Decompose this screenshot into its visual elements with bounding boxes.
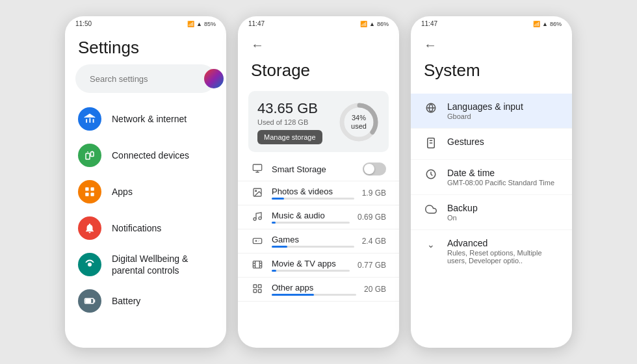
system-header: ← System [411, 30, 572, 94]
games-label: Games [272, 235, 354, 244]
settings-item-wellbeing[interactable]: Digital Wellbeing & parental controls [65, 246, 226, 283]
movie-bar [272, 270, 276, 272]
storage-row-movie[interactable]: Movie & TV apps 0.77 GB [238, 254, 399, 278]
storage-row-music[interactable]: Music & audio 0.69 GB [238, 205, 399, 229]
svg-point-15 [255, 190, 257, 191]
search-bar[interactable] [75, 64, 216, 93]
system-item-backup[interactable]: Backup On [411, 195, 572, 230]
datetime-sub: GMT-08:00 Pacific Standard Time [447, 179, 554, 187]
photos-bar [272, 198, 284, 200]
settings-item-battery[interactable]: Battery [65, 283, 226, 319]
system-item-gestures[interactable]: Gestures [411, 129, 572, 160]
gestures-icon [424, 137, 438, 151]
network-icon [78, 107, 101, 131]
system-item-advanced[interactable]: ⌄ Advanced Rules, Reset options, Multipl… [411, 230, 572, 272]
storage-title: Storage [251, 58, 386, 86]
advanced-title: Advanced [447, 238, 559, 248]
svg-point-16 [254, 218, 256, 220]
status-bar-2: 11:47 📶 ▲ 86% [238, 16, 399, 30]
svg-rect-10 [86, 300, 91, 303]
system-item-datetime[interactable]: Date & time GMT-08:00 Pacific Standard T… [411, 160, 572, 195]
time-1: 11:50 [75, 20, 92, 27]
settings-item-network[interactable]: Network & internet [65, 101, 226, 137]
movie-size: 0.77 GB [358, 261, 386, 270]
storage-total-label: Used of 128 GB [257, 118, 322, 126]
status-bar-3: 11:47 📶 ▲ 86% [411, 16, 572, 30]
svg-rect-22 [254, 289, 257, 292]
backup-icon [424, 203, 438, 218]
settings-item-connected[interactable]: Connected devices [65, 137, 226, 174]
storage-summary: 43.65 GB Used of 128 GB Manage storage 3… [248, 91, 389, 152]
storage-row-games[interactable]: Games 2.4 GB [238, 229, 399, 254]
signal-3-icon: ▲ [542, 21, 548, 27]
svg-rect-13 [253, 164, 261, 170]
connected-icon [78, 144, 101, 167]
svg-rect-23 [258, 289, 261, 292]
apps-label: Apps [112, 186, 133, 198]
photos-size: 1.9 GB [362, 188, 386, 198]
search-input[interactable] [90, 74, 199, 84]
storage-donut: 34% used [338, 101, 380, 143]
signal-2-icon: ▲ [369, 21, 375, 27]
storage-used-gb: 43.65 GB [257, 100, 322, 117]
other-label: Other apps [272, 283, 356, 292]
other-bar [272, 294, 314, 296]
storage-row-other[interactable]: Other apps 20 GB [238, 278, 399, 302]
other-size: 20 GB [364, 285, 386, 294]
svg-point-8 [88, 263, 92, 266]
status-bar-1: 11:50 📶 ▲ 85% [65, 16, 226, 30]
avatar[interactable] [204, 69, 224, 88]
notifications-label: Notifications [112, 222, 161, 234]
back-button-storage[interactable]: ← [251, 38, 386, 53]
connected-label: Connected devices [112, 150, 189, 161]
time-2: 11:47 [248, 20, 265, 27]
settings-item-notifications[interactable]: Notifications [65, 210, 226, 246]
datetime-title: Date & time [447, 168, 554, 178]
system-item-languages[interactable]: Languages & input Gboard [411, 94, 572, 129]
chevron-down-icon: ⌄ [424, 239, 438, 250]
games-icon [251, 235, 264, 248]
svg-rect-21 [258, 285, 261, 288]
system-title: System [424, 58, 559, 88]
wifi-status-2-icon: 📶 [360, 21, 367, 27]
backup-sub: On [447, 214, 478, 222]
battery-icon [78, 289, 101, 313]
donut-label: 34% used [351, 114, 367, 131]
battery-2: 86% [377, 21, 389, 27]
music-size: 0.69 GB [358, 213, 386, 222]
svg-rect-3 [91, 152, 94, 157]
storage-row-photos[interactable]: Photos & videos 1.9 GB [238, 181, 399, 205]
svg-rect-4 [85, 187, 88, 190]
storage-row-smart: Smart Storage [238, 157, 399, 181]
settings-screen: Settings Network & internet Connected de… [65, 30, 226, 319]
svg-point-17 [259, 216, 261, 219]
games-size: 2.4 GB [362, 237, 386, 246]
smart-storage-toggle[interactable] [363, 162, 386, 176]
toggle-knob [364, 164, 374, 174]
languages-title: Languages & input [447, 101, 523, 112]
advanced-sub: Rules, Reset options, Multiple users, De… [447, 249, 559, 265]
svg-rect-20 [254, 285, 257, 288]
back-button-system[interactable]: ← [424, 38, 559, 53]
svg-rect-2 [86, 153, 90, 159]
settings-item-apps[interactable]: Apps [65, 174, 226, 210]
svg-rect-5 [91, 187, 94, 190]
music-icon [251, 211, 264, 224]
settings-title: Settings [65, 30, 226, 64]
games-bar [272, 246, 287, 248]
notifications-icon [78, 216, 101, 240]
svg-rect-7 [91, 193, 94, 196]
status-icons-1: 📶 ▲ 85% [187, 21, 216, 27]
storage-screen: ← Storage 43.65 GB Used of 128 GB Manage… [238, 30, 399, 302]
svg-rect-19 [253, 261, 261, 268]
smart-storage-icon [251, 163, 264, 176]
phone-system: 11:47 📶 ▲ 86% ← System Languages & input… [411, 16, 572, 348]
phone-storage: 11:47 📶 ▲ 86% ← Storage 43.65 GB Used of… [238, 16, 399, 348]
languages-sub: Gboard [447, 112, 523, 120]
backup-title: Backup [447, 203, 478, 213]
status-icons-2: 📶 ▲ 86% [360, 21, 389, 27]
manage-storage-button[interactable]: Manage storage [257, 130, 322, 144]
music-bar [272, 222, 276, 224]
network-label: Network & internet [112, 113, 187, 125]
status-icons-3: 📶 ▲ 86% [533, 21, 562, 27]
